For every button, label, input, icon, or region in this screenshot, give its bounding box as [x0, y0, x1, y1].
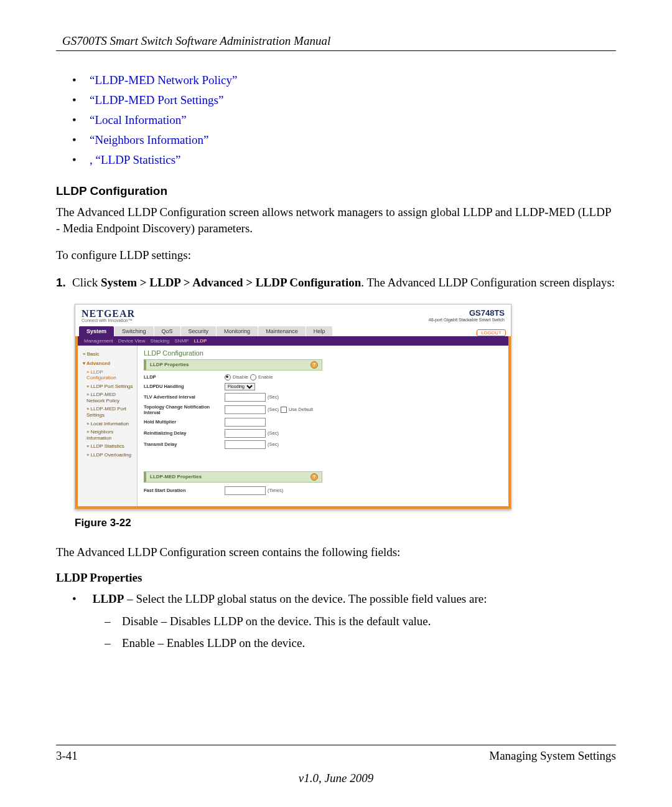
xref-link[interactable]: , “LLDP Statistics”	[90, 153, 181, 166]
step-number: 1.	[56, 275, 72, 291]
help-icon[interactable]: ?	[310, 473, 318, 481]
value-item: Disable – Disables LLDP on the device. T…	[105, 613, 616, 630]
subnav-item[interactable]: Stacking	[151, 338, 170, 344]
sidebar-item[interactable]: » LLDP Port Settings	[78, 382, 137, 391]
chapter-title: Managing System Settings	[489, 749, 616, 763]
property-item: LLDP – Select the LLDP global status on …	[72, 591, 616, 651]
tab-maintenance[interactable]: Maintenance	[258, 326, 306, 336]
tab-qos[interactable]: QoS	[154, 326, 180, 336]
tab-help[interactable]: Help	[306, 326, 333, 336]
unit-label: (Sec)	[268, 394, 279, 400]
logout-button[interactable]: LOGOUT	[477, 329, 506, 336]
cb-label: Use Default	[289, 407, 313, 412]
panel-header-lldpmed-props: LLDP-MED Properties ?	[144, 471, 322, 483]
body-paragraph: To configure LLDP settings:	[56, 247, 616, 263]
sidebar-item[interactable]: » LLDP-MED Port Settings	[78, 405, 137, 419]
panel-header-lldp-props: LLDP Properties ?	[144, 359, 322, 370]
input-reinit[interactable]	[225, 429, 266, 438]
section-title: LLDP Configuration	[56, 184, 616, 198]
version-footer: v1.0, June 2009	[56, 772, 616, 785]
value-item: Enable – Enables LLDP on the device.	[105, 635, 616, 651]
page-number: 3-41	[56, 749, 78, 763]
product-id: GS748TS	[429, 308, 505, 318]
input-topo[interactable]	[225, 405, 266, 414]
xref-link[interactable]: “LLDP-MED Network Policy”	[90, 73, 237, 87]
radio-label: Disable	[233, 374, 248, 380]
body-paragraph: The Advanced LLDP Configuration screen a…	[56, 204, 616, 236]
figure-screenshot: NETGEAR Connect with Innovation™ GS748TS…	[75, 304, 616, 509]
subnav-item[interactable]: Device View	[118, 338, 146, 344]
prop-label-tlv: TLV Advertised Interval	[144, 394, 225, 400]
input-hold[interactable]	[225, 418, 266, 427]
step-item: 1.Click System > LLDP > Advanced > LLDP …	[56, 275, 616, 291]
unit-label: (Sec)	[268, 407, 279, 412]
prop-label-topo: Topology Change Notification Interval	[144, 404, 225, 415]
netgear-logo: NETGEAR	[82, 308, 135, 319]
running-header: GS700TS Smart Switch Software Administra…	[56, 34, 616, 48]
sidebar-item[interactable]: » Neighbors Information	[78, 428, 137, 442]
sidebar: » Basic ▾ Advanced » LLDP Configuration …	[78, 346, 138, 506]
property-desc: – Select the LLDP global status on the d…	[124, 592, 487, 605]
select-handling[interactable]: Flooding	[225, 383, 255, 390]
sidebar-section-basic[interactable]: » Basic	[78, 349, 137, 359]
header-rule	[56, 50, 616, 51]
step-text-post: . The Advanced LLDP Configuration screen…	[361, 276, 615, 289]
radio-enable[interactable]	[250, 374, 256, 380]
nav-path: System > LLDP > Advanced > LLDP Configur…	[101, 276, 361, 289]
xref-list: “LLDP-MED Network Policy” “LLDP-MED Port…	[56, 73, 616, 167]
config-title: LLDP Configuration	[144, 349, 502, 357]
prop-label-reinit: Reinitializing Delay	[144, 430, 225, 436]
unit-label: (Times)	[268, 488, 283, 493]
radio-disable[interactable]	[225, 374, 231, 380]
unit-label: (Sec)	[268, 441, 279, 447]
subsection-title: LLDP Properties	[56, 571, 616, 585]
tab-security[interactable]: Security	[181, 326, 217, 336]
sidebar-item[interactable]: » LLDP Statistics	[78, 442, 137, 451]
subnav-item[interactable]: Management	[84, 338, 113, 344]
prop-label-transmit: Transmit Delay	[144, 441, 225, 447]
xref-link[interactable]: “LLDP-MED Port Settings”	[90, 93, 223, 106]
prop-label-handling: LLDPDU Handling	[144, 384, 225, 389]
prop-label-faststart: Fast Start Duration	[144, 488, 225, 493]
unit-label: (Sec)	[268, 430, 279, 436]
prop-label-lldp: LLDP	[144, 374, 225, 380]
tab-switching[interactable]: Switching	[114, 326, 154, 336]
input-transmit[interactable]	[225, 440, 266, 449]
subnav-item-selected[interactable]: LLDP	[194, 338, 207, 344]
checkbox-use-default[interactable]	[281, 407, 287, 413]
tab-system[interactable]: System	[79, 326, 114, 336]
sidebar-section-advanced[interactable]: ▾ Advanced	[78, 359, 137, 368]
input-faststart[interactable]	[225, 486, 266, 495]
product-desc: 48-port Gigabit Stackable Smart Switch	[429, 318, 505, 322]
figure-caption: Figure 3-22	[75, 517, 616, 529]
xref-link[interactable]: “Local Information”	[90, 113, 187, 126]
property-name: LLDP	[93, 592, 124, 605]
xref-link[interactable]: “Neighbors Information”	[90, 133, 209, 146]
input-tlv[interactable]	[225, 393, 266, 402]
sidebar-item[interactable]: » LLDP-MED Network Policy	[78, 390, 137, 405]
step-text-pre: Click	[72, 276, 101, 289]
footer-rule	[56, 745, 616, 745]
tab-monitoring[interactable]: Monitoring	[217, 326, 258, 336]
subnav-item[interactable]: SNMP	[174, 338, 189, 344]
netgear-tagline: Connect with Innovation™	[82, 318, 135, 323]
help-icon[interactable]: ?	[310, 361, 318, 369]
body-paragraph: The Advanced LLDP Configuration screen c…	[56, 544, 616, 560]
sidebar-item[interactable]: » Local Information	[78, 420, 137, 428]
sidebar-item[interactable]: » LLDP Configuration	[78, 368, 137, 382]
sidebar-item[interactable]: » LLDP Overloading	[78, 451, 137, 460]
radio-label: Enable	[258, 374, 273, 380]
prop-label-hold: Hold Multiplier	[144, 419, 225, 425]
